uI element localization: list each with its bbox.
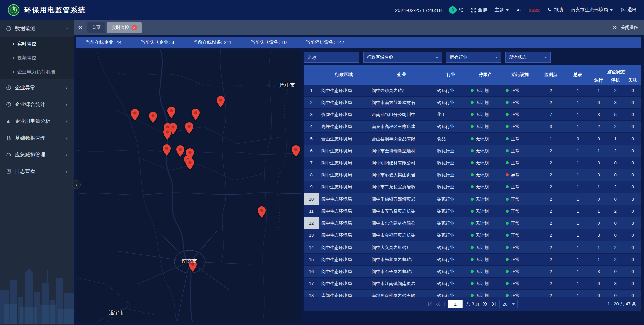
row-facility-status: 正常 bbox=[503, 241, 537, 253]
table-row[interactable]: 6 阆中生态环境局 阆中市金博瑞新型墙材 砖瓦行业 无计划 正常 2 1 1 2… bbox=[304, 145, 641, 157]
map-collapse-button[interactable]: ‹ bbox=[72, 180, 81, 189]
table-row[interactable]: 10 阆中生态环境局 阆中千佛镇五郎垭页岩 砖瓦行业 无计划 正常 2 1 0 … bbox=[304, 193, 641, 205]
tab-realtime-monitor[interactable]: 实时监控 × bbox=[107, 22, 142, 33]
page-number-input[interactable] bbox=[448, 300, 463, 308]
row-lost: 0 bbox=[624, 181, 641, 193]
table-row[interactable]: 16 阆中生态环境局 阆中市石子页岩机砖厂 砖瓦行业 无计划 正常 2 1 3 … bbox=[304, 266, 641, 278]
sidebar-group-log-view[interactable]: 日志查看 ‹ bbox=[0, 163, 74, 180]
page-size-select[interactable]: 20 bbox=[500, 300, 518, 308]
sidebar-item-power-load-detail[interactable]: 企业电力负荷明细 bbox=[0, 65, 74, 79]
announcement-icon[interactable] bbox=[516, 8, 521, 13]
close-tab-icon[interactable]: × bbox=[132, 25, 137, 30]
prev-page-button[interactable] bbox=[436, 302, 441, 307]
table-row[interactable]: 12 阆中生态环境局 阆中市忠信建材有限公 砖瓦行业 无计划 正常 2 1 0 … bbox=[304, 217, 641, 229]
table-row[interactable]: 4 高坪生态环境局 南充市高坪区王家店建 砖瓦行业 无计划 正常 3 1 2 2… bbox=[304, 121, 641, 133]
map-pin-icon[interactable] bbox=[185, 122, 193, 135]
map-pin-icon[interactable] bbox=[167, 107, 175, 119]
table-row[interactable]: 8 阆中生态环境局 阆中市枣碧大梁山页岩 砖瓦行业 无计划 异常 2 1 3 0… bbox=[304, 169, 641, 181]
row-lost: 0 bbox=[624, 121, 641, 132]
help-button[interactable]: 帮助 bbox=[547, 7, 563, 13]
col-region[interactable]: 行政区域 bbox=[319, 65, 369, 85]
row-lost: 0 bbox=[624, 169, 641, 181]
sidebar-group-data-monitoring[interactable]: 数据监测 ‹ bbox=[0, 20, 74, 37]
sidebar-group-company-statistics[interactable]: 企业综合统计 ‹ bbox=[0, 96, 74, 113]
fullscreen-button[interactable]: 全屏 bbox=[471, 7, 487, 13]
table-row[interactable]: 3 仪陇生态环境局 西南油气田分公司川中 化工 无计划 正常 7 1 3 5 0 bbox=[304, 109, 641, 121]
map-panel[interactable]: 巴中市 南充市 遂宁市 ‹ bbox=[76, 50, 301, 322]
table-row[interactable]: 13 阆中生态环境局 阆中市金福旺页岩机砖 砖瓦行业 无计划 正常 2 1 3 … bbox=[304, 229, 641, 241]
table-row[interactable]: 17 阆中生态环境局 阆中市江南镇阆南页岩 砖瓦行业 无计划 正常 2 1 0 … bbox=[304, 278, 641, 290]
col-facility[interactable]: 治污设施 bbox=[503, 65, 537, 85]
map-pin-icon[interactable] bbox=[258, 206, 266, 219]
row-stop: 0 bbox=[607, 169, 624, 181]
close-operations-button[interactable]: 关闭操作 bbox=[621, 24, 638, 31]
col-points[interactable]: 监测点 bbox=[537, 65, 565, 85]
row-lost: 0 bbox=[624, 97, 641, 108]
sidebar-group-power-analysis[interactable]: 企业用电量分析 ‹ bbox=[0, 113, 74, 129]
sidebar-item-realtime-monitor[interactable]: 实时监控 bbox=[0, 37, 74, 51]
page-size-value: 20 bbox=[503, 302, 507, 307]
table-row[interactable]: 15 阆中生态环境局 阆中市光富页岩机砖厂 砖瓦行业 无计划 正常 2 1 1 … bbox=[304, 254, 641, 266]
row-run: 0 bbox=[590, 290, 607, 297]
map-pin-icon[interactable] bbox=[149, 112, 157, 124]
map-pin-icon[interactable] bbox=[192, 109, 200, 121]
tab-bar: 首页 实时监控 × 关闭操作 bbox=[74, 20, 644, 35]
col-company[interactable]: 企业 bbox=[369, 65, 434, 85]
limit-status-dot bbox=[471, 222, 474, 225]
table-row[interactable]: 5 营山生态环境局 营山县润丰肉食品有限 食品 无计划 正常 1 0 0 1 0 bbox=[304, 133, 641, 145]
table-row[interactable]: 14 阆中生态环境局 阆中大兴页岩机砖厂 砖瓦行业 无计划 正常 2 1 1 2… bbox=[304, 241, 641, 254]
row-industry: 砖瓦行业 bbox=[434, 85, 468, 96]
sidebar-group-emergency-reduction[interactable]: 应急减排管理 ‹ bbox=[0, 146, 74, 163]
table-row[interactable]: 11 阆中生态环境局 阆中市五马桥页岩机砖 砖瓦行业 无计划 正常 2 1 1 … bbox=[304, 205, 641, 217]
status-select[interactable]: 所有状态 bbox=[505, 52, 551, 63]
col-industry[interactable]: 行业 bbox=[434, 65, 468, 85]
map-pin-icon[interactable] bbox=[176, 145, 184, 158]
row-meters: 1 bbox=[565, 181, 590, 193]
industry-select[interactable]: 所有行业 bbox=[446, 52, 501, 63]
col-stop[interactable]: 停机 bbox=[607, 76, 624, 85]
logout-button[interactable]: 退出 bbox=[620, 7, 637, 13]
row-index-cell: 16 bbox=[304, 266, 319, 277]
sidebar-group-base-data[interactable]: 基础数据管理 ‹ bbox=[0, 129, 74, 146]
row-region: 阆中生态环境局 bbox=[319, 97, 369, 108]
region-select-value: 行政区域名称 bbox=[367, 54, 393, 60]
sidebar-item-video-monitor[interactable]: 视频监控 bbox=[0, 51, 74, 65]
company-name-input[interactable] bbox=[304, 52, 359, 63]
scroll-tabs-left-button[interactable] bbox=[74, 25, 87, 30]
scroll-tabs-right-button[interactable] bbox=[612, 25, 617, 30]
sidebar-group-company-abnormal[interactable]: 企业异常 ‹ bbox=[0, 79, 74, 96]
row-index-cell: 15 bbox=[304, 254, 319, 265]
map-pin-icon[interactable] bbox=[131, 109, 139, 122]
map-pin-icon[interactable] bbox=[163, 144, 171, 157]
map-pin-icon[interactable] bbox=[217, 96, 225, 109]
row-points: 3 bbox=[537, 121, 565, 132]
table-row[interactable]: 9 阆中生态环境局 阆中市二龙长宝页岩砖 砖瓦行业 无计划 正常 2 1 1 2… bbox=[304, 181, 641, 193]
row-run: 3 bbox=[590, 157, 607, 169]
map-pin-icon[interactable] bbox=[186, 158, 194, 171]
table-row[interactable]: 7 阆中生态环境局 阆中明阳建材有限公司 砖瓦行业 无计划 正常 2 1 3 0… bbox=[304, 157, 641, 169]
table-row[interactable]: 18 南部生态环境局 南部县双佛页岩砖有限 砖瓦行业 无计划 正常 2 1 0 … bbox=[304, 290, 641, 297]
col-meters[interactable]: 总表 bbox=[565, 65, 590, 85]
last-page-button[interactable] bbox=[491, 302, 496, 307]
row-stop: 0 bbox=[607, 266, 624, 277]
map-pin-icon[interactable] bbox=[292, 145, 300, 158]
table-row[interactable]: 1 阆中生态环境局 阆中强锐页岩砖厂 砖瓦行业 无计划 正常 2 1 1 2 0 bbox=[304, 85, 641, 97]
next-page-button[interactable] bbox=[483, 302, 488, 307]
row-facility-status: 正常 bbox=[503, 97, 537, 108]
row-points: 2 bbox=[537, 145, 565, 157]
theme-dropdown[interactable]: 主题 bbox=[495, 7, 509, 13]
row-region: 阆中生态环境局 bbox=[319, 181, 369, 193]
row-region: 阆中生态环境局 bbox=[319, 229, 369, 241]
col-lost[interactable]: 失联 bbox=[624, 76, 641, 85]
region-select[interactable]: 行政区域名称 bbox=[363, 52, 442, 63]
tab-home[interactable]: 首页 bbox=[87, 22, 105, 33]
col-limit[interactable]: 停限产 bbox=[468, 65, 503, 85]
map-pin-icon[interactable] bbox=[163, 128, 171, 141]
first-page-button[interactable] bbox=[427, 302, 432, 307]
row-run: 1 bbox=[590, 241, 607, 253]
row-meters: 1 bbox=[565, 145, 590, 157]
table-row[interactable]: 2 阆中生态环境局 阆中市南方节能建材有 砖瓦行业 无计划 正常 2 1 0 3… bbox=[304, 97, 641, 109]
organization-dropdown[interactable]: 南充市生态环境局 bbox=[571, 7, 613, 13]
col-run[interactable]: 运行 bbox=[590, 76, 607, 85]
row-region: 阆中生态环境局 bbox=[319, 85, 369, 96]
